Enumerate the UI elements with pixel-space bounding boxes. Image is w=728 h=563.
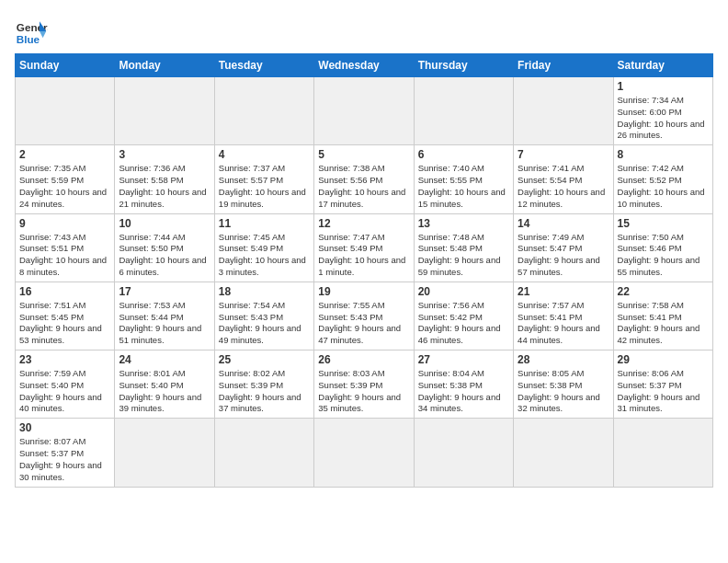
day-number: 16 [19,285,110,298]
day-number: 29 [618,353,709,366]
weekday-header-wednesday: Wednesday [314,54,414,77]
calendar-cell: 4Sunrise: 7:37 AM Sunset: 5:57 PM Daylig… [214,145,313,213]
calendar-cell: 9Sunrise: 7:43 AM Sunset: 5:51 PM Daylig… [16,213,115,282]
day-info: Sunrise: 7:40 AM Sunset: 5:55 PM Dayligh… [418,163,509,210]
day-number: 26 [318,353,409,366]
svg-marker-3 [40,31,46,38]
calendar-cell: 27Sunrise: 8:04 AM Sunset: 5:38 PM Dayli… [414,350,513,419]
calendar-cell: 23Sunrise: 7:59 AM Sunset: 5:40 PM Dayli… [16,350,115,419]
header: General Blue [15,15,713,48]
day-info: Sunrise: 7:36 AM Sunset: 5:58 PM Dayligh… [119,163,210,210]
day-info: Sunrise: 7:35 AM Sunset: 5:59 PM Dayligh… [19,163,110,210]
day-info: Sunrise: 8:01 AM Sunset: 5:40 PM Dayligh… [119,368,210,415]
calendar-week-row: 9Sunrise: 7:43 AM Sunset: 5:51 PM Daylig… [16,213,713,282]
calendar-cell [514,77,613,145]
day-info: Sunrise: 8:03 AM Sunset: 5:39 PM Dayligh… [318,368,409,415]
calendar-cell: 25Sunrise: 8:02 AM Sunset: 5:39 PM Dayli… [214,350,313,419]
day-number: 1 [618,80,709,93]
calendar-cell: 6Sunrise: 7:40 AM Sunset: 5:55 PM Daylig… [414,145,513,213]
day-info: Sunrise: 8:04 AM Sunset: 5:38 PM Dayligh… [418,368,509,415]
calendar-cell: 15Sunrise: 7:50 AM Sunset: 5:46 PM Dayli… [613,213,712,282]
day-info: Sunrise: 7:44 AM Sunset: 5:50 PM Dayligh… [119,232,210,279]
day-info: Sunrise: 7:42 AM Sunset: 5:52 PM Dayligh… [618,163,709,210]
calendar-cell: 19Sunrise: 7:55 AM Sunset: 5:43 PM Dayli… [314,282,414,350]
calendar-week-row: 23Sunrise: 7:59 AM Sunset: 5:40 PM Dayli… [16,350,713,419]
day-info: Sunrise: 7:38 AM Sunset: 5:56 PM Dayligh… [318,163,409,210]
day-info: Sunrise: 7:59 AM Sunset: 5:40 PM Dayligh… [19,368,110,415]
day-number: 27 [418,353,509,366]
calendar-cell: 17Sunrise: 7:53 AM Sunset: 5:44 PM Dayli… [115,282,214,350]
calendar-week-row: 16Sunrise: 7:51 AM Sunset: 5:45 PM Dayli… [16,282,713,350]
day-number: 8 [618,148,709,161]
calendar-cell: 16Sunrise: 7:51 AM Sunset: 5:45 PM Dayli… [16,282,115,350]
weekday-header-saturday: Saturday [613,54,712,77]
calendar-cell: 13Sunrise: 7:48 AM Sunset: 5:48 PM Dayli… [414,213,513,282]
calendar-cell: 1Sunrise: 7:34 AM Sunset: 6:00 PM Daylig… [613,77,712,145]
day-info: Sunrise: 7:51 AM Sunset: 5:45 PM Dayligh… [19,300,110,347]
calendar-cell: 8Sunrise: 7:42 AM Sunset: 5:52 PM Daylig… [613,145,712,213]
calendar-cell: 12Sunrise: 7:47 AM Sunset: 5:49 PM Dayli… [314,213,414,282]
weekday-header-monday: Monday [115,54,214,77]
calendar-cell: 26Sunrise: 8:03 AM Sunset: 5:39 PM Dayli… [314,350,414,419]
weekday-header-row: SundayMondayTuesdayWednesdayThursdayFrid… [16,54,713,77]
logo: General Blue [15,15,48,48]
day-number: 15 [618,217,709,230]
day-number: 12 [318,217,409,230]
day-info: Sunrise: 7:49 AM Sunset: 5:47 PM Dayligh… [518,232,609,279]
day-number: 23 [19,353,110,366]
day-info: Sunrise: 7:56 AM Sunset: 5:42 PM Dayligh… [418,300,509,347]
calendar-cell: 28Sunrise: 8:05 AM Sunset: 5:38 PM Dayli… [514,350,613,419]
calendar-cell [314,419,414,487]
day-number: 11 [219,217,310,230]
calendar-cell [115,77,214,145]
day-number: 19 [318,285,409,298]
day-info: Sunrise: 8:05 AM Sunset: 5:38 PM Dayligh… [518,368,609,415]
calendar-cell [514,419,613,487]
day-info: Sunrise: 8:07 AM Sunset: 5:37 PM Dayligh… [19,436,110,483]
day-info: Sunrise: 7:45 AM Sunset: 5:49 PM Dayligh… [219,232,310,279]
day-info: Sunrise: 7:37 AM Sunset: 5:57 PM Dayligh… [219,163,310,210]
day-number: 25 [219,353,310,366]
calendar-cell: 14Sunrise: 7:49 AM Sunset: 5:47 PM Dayli… [514,213,613,282]
calendar-cell: 10Sunrise: 7:44 AM Sunset: 5:50 PM Dayli… [115,213,214,282]
day-number: 9 [19,217,110,230]
logo-icon: General Blue [15,15,48,48]
day-number: 14 [518,217,609,230]
day-info: Sunrise: 7:53 AM Sunset: 5:44 PM Dayligh… [119,300,210,347]
calendar-cell: 18Sunrise: 7:54 AM Sunset: 5:43 PM Dayli… [214,282,313,350]
day-number: 2 [19,148,110,161]
day-info: Sunrise: 8:06 AM Sunset: 5:37 PM Dayligh… [618,368,709,415]
day-info: Sunrise: 7:34 AM Sunset: 6:00 PM Dayligh… [618,95,709,142]
calendar-cell [613,419,712,487]
calendar-cell [115,419,214,487]
calendar-cell [314,77,414,145]
calendar-cell: 22Sunrise: 7:58 AM Sunset: 5:41 PM Dayli… [613,282,712,350]
day-number: 3 [119,148,210,161]
day-info: Sunrise: 7:47 AM Sunset: 5:49 PM Dayligh… [318,232,409,279]
day-number: 5 [318,148,409,161]
day-info: Sunrise: 8:02 AM Sunset: 5:39 PM Dayligh… [219,368,310,415]
day-info: Sunrise: 7:43 AM Sunset: 5:51 PM Dayligh… [19,232,110,279]
weekday-header-friday: Friday [514,54,613,77]
day-number: 10 [119,217,210,230]
calendar-cell: 21Sunrise: 7:57 AM Sunset: 5:41 PM Dayli… [514,282,613,350]
calendar: SundayMondayTuesdayWednesdayThursdayFrid… [15,53,713,488]
calendar-cell: 20Sunrise: 7:56 AM Sunset: 5:42 PM Dayli… [414,282,513,350]
day-info: Sunrise: 7:41 AM Sunset: 5:54 PM Dayligh… [518,163,609,210]
calendar-cell: 3Sunrise: 7:36 AM Sunset: 5:58 PM Daylig… [115,145,214,213]
page: General Blue SundayMondayTuesdayWednesda… [0,0,728,563]
day-info: Sunrise: 7:58 AM Sunset: 5:41 PM Dayligh… [618,300,709,347]
day-info: Sunrise: 7:57 AM Sunset: 5:41 PM Dayligh… [518,300,609,347]
calendar-cell: 24Sunrise: 8:01 AM Sunset: 5:40 PM Dayli… [115,350,214,419]
day-info: Sunrise: 7:50 AM Sunset: 5:46 PM Dayligh… [618,232,709,279]
calendar-week-row: 1Sunrise: 7:34 AM Sunset: 6:00 PM Daylig… [16,77,713,145]
day-info: Sunrise: 7:48 AM Sunset: 5:48 PM Dayligh… [418,232,509,279]
day-number: 6 [418,148,509,161]
day-number: 21 [518,285,609,298]
calendar-cell [214,77,313,145]
calendar-cell: 11Sunrise: 7:45 AM Sunset: 5:49 PM Dayli… [214,213,313,282]
day-number: 7 [518,148,609,161]
calendar-cell [16,77,115,145]
calendar-cell: 29Sunrise: 8:06 AM Sunset: 5:37 PM Dayli… [613,350,712,419]
calendar-cell: 30Sunrise: 8:07 AM Sunset: 5:37 PM Dayli… [16,419,115,487]
